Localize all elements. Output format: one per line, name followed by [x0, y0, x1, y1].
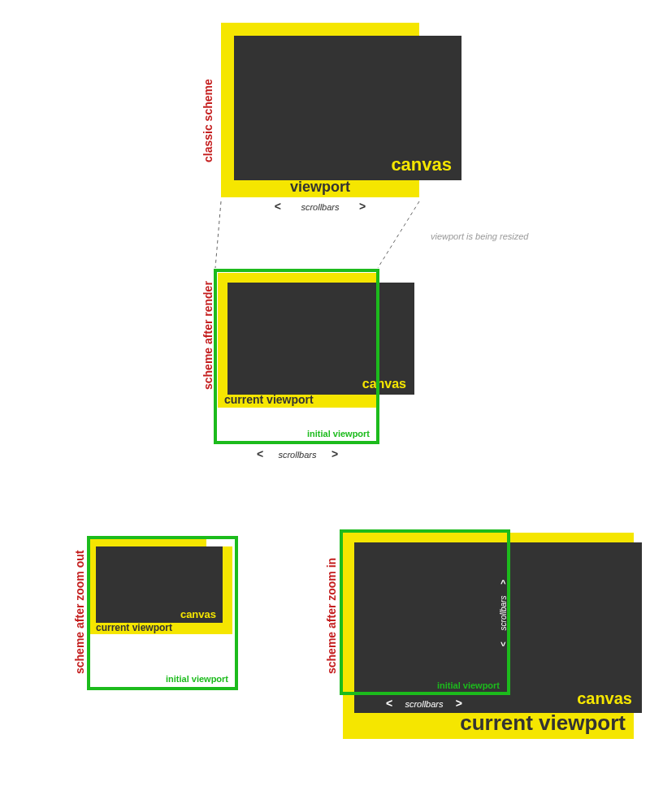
zoomin-scrollbars-label: scrollbars: [405, 699, 443, 709]
zoomout-initial-viewport: [87, 536, 238, 690]
chevron-left-icon: <: [257, 447, 263, 460]
zoomin-initial-viewport-label: initial viewport: [437, 680, 500, 690]
render-initial-viewport: [214, 269, 379, 444]
zoomin-initial-viewport: [340, 529, 510, 695]
zoomin-scrollbars-label-v: scrollbars: [499, 596, 508, 631]
zoomin-current-viewport-label: current viewport: [460, 710, 626, 736]
chevron-right-icon: >: [499, 580, 508, 585]
render-initial-viewport-label: initial viewport: [307, 429, 370, 438]
zoomout-initial-viewport-label: initial viewport: [166, 674, 228, 684]
chevron-right-icon: >: [332, 447, 338, 460]
zoomin-canvas-label: canvas: [577, 689, 632, 708]
zoomin-scrollbar-row: < scrollbars >: [343, 697, 505, 710]
chevron-left-icon: <: [386, 697, 392, 710]
resize-note: viewport is being resized: [431, 231, 528, 241]
render-scrollbars-label: scrollbars: [278, 450, 316, 460]
svg-line-0: [215, 201, 221, 268]
label-scheme-after-zoom-out: scheme after zoom out: [73, 551, 86, 674]
chevron-right-icon: >: [456, 697, 462, 710]
chevron-left-icon: <: [499, 641, 508, 646]
label-scheme-after-zoom-in: scheme after zoom in: [325, 558, 338, 674]
label-scheme-after-render: scheme after render: [202, 281, 214, 390]
zoomin-scrollbar-col: < scrollbars >: [499, 544, 508, 682]
render-scrollbar-row: < scrollbars >: [218, 447, 377, 460]
svg-line-1: [378, 201, 419, 268]
